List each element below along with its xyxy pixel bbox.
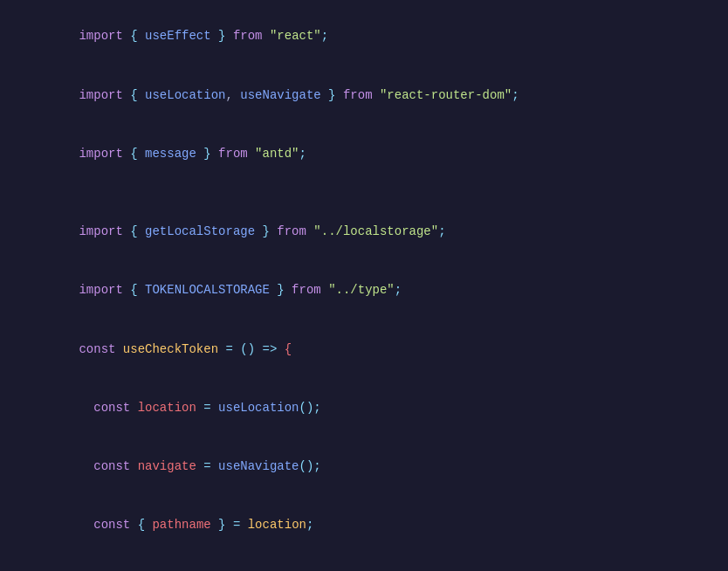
code-line-7: const useCheckToken = () => {	[0, 320, 728, 378]
code-line-2: import { useLocation, useNavigate } from…	[0, 65, 728, 124]
code-editor: import { useEffect } from "react"; impor…	[0, 0, 728, 571]
code-line-1: import { useEffect } from "react";	[0, 7, 728, 65]
code-line-8: const location = useLocation();	[0, 378, 728, 437]
code-line-6: import { TOKENLOCALSTORAGE } from "../ty…	[0, 261, 728, 320]
code-line-10: const { pathname } = location;	[0, 496, 728, 554]
code-line-5: import { getLocalStorage } from "../loca…	[0, 203, 728, 261]
code-line-3: import { message } from "antd";	[0, 124, 728, 182]
code-line-9: const navigate = useNavigate();	[0, 437, 728, 496]
code-line-4	[0, 183, 728, 203]
code-line-11: useEffect(() => {	[0, 554, 728, 571]
